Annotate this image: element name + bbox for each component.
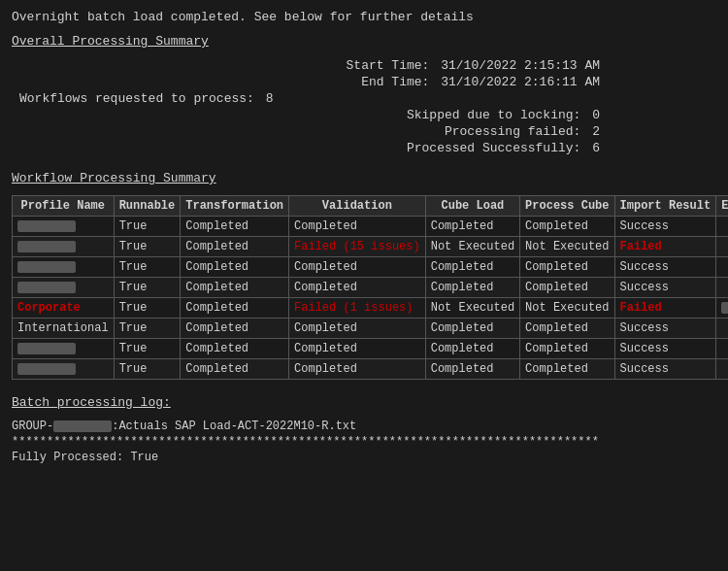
cell-import-result: Failed	[614, 237, 716, 257]
start-time-value: 31/10/2022 2:15:13 AM	[441, 58, 600, 73]
cell-profile	[13, 339, 115, 359]
cell-profile	[13, 278, 115, 298]
cell-transformation: Completed	[181, 319, 289, 339]
cell-process-cube: Completed	[520, 217, 614, 237]
cell-process-cube: Not Executed	[520, 237, 614, 257]
log-section: Batch processing log: GROUP- :Actuals SA…	[12, 395, 716, 464]
workflow-table: Profile Name Runnable Transformation Val…	[12, 195, 728, 380]
success-value: 6	[592, 141, 600, 155]
cell-runnable: True	[114, 257, 181, 278]
col-process-cube: Process Cube	[520, 196, 614, 217]
cell-process-cube: Completed	[520, 339, 614, 359]
cell-transformation: Completed	[181, 339, 289, 359]
table-row: TrueCompletedCompletedCompletedCompleted…	[13, 339, 729, 359]
cell-profile: Corporate	[13, 298, 115, 319]
table-header-row: Profile Name Runnable Transformation Val…	[13, 196, 729, 217]
cell-cube-load: Completed	[425, 359, 519, 380]
table-row: TrueCompletedCompletedCompletedCompleted…	[13, 278, 729, 298]
col-entities: Entities without Files:	[716, 196, 728, 217]
cell-entities	[716, 319, 728, 339]
cell-profile	[13, 237, 115, 257]
col-validation: Validation	[289, 196, 426, 217]
cell-entities	[716, 298, 728, 319]
cell-import-result: Success	[614, 339, 716, 359]
workflow-section: Workflow Processing Summary Profile Name…	[12, 171, 716, 380]
failed-label: Processing failed:	[445, 124, 580, 139]
workflows-label: Workflows requested to process:	[19, 91, 254, 106]
cell-cube-load: Completed	[425, 319, 519, 339]
cell-entities	[716, 339, 728, 359]
workflows-line: Workflows requested to process: 8	[16, 91, 716, 106]
skipped-line: Skipped due to locking: 0	[16, 108, 716, 122]
cell-transformation: Completed	[181, 278, 289, 298]
cell-import-result: Success	[614, 359, 716, 380]
cell-validation: Completed	[289, 257, 426, 278]
cell-validation: Completed	[289, 339, 426, 359]
log-blurred	[53, 420, 112, 432]
table-row: TrueCompletedCompletedCompletedCompleted…	[13, 257, 729, 278]
log-prefix: GROUP-	[12, 420, 53, 433]
cell-process-cube: Completed	[520, 257, 614, 278]
cell-process-cube: Completed	[520, 319, 614, 339]
cell-runnable: True	[114, 237, 181, 257]
overall-summary-block: Start Time: 31/10/2022 2:15:13 AM End Ti…	[12, 58, 716, 155]
table-row: CorporateTrueCompletedFailed (1 issues)N…	[13, 298, 729, 319]
success-label: Processed Successfully:	[407, 141, 580, 155]
cell-validation: Failed (15 issues)	[289, 237, 426, 257]
cell-import-result: Success	[614, 278, 716, 298]
log-suffix: :Actuals SAP Load-ACT-2022M10-R.txt	[112, 420, 356, 433]
overall-summary-title: Overall Processing Summary	[12, 34, 716, 49]
workflows-value: 8	[266, 91, 274, 106]
cell-import-result: Success	[614, 217, 716, 237]
col-runnable: Runnable	[114, 196, 181, 217]
cell-runnable: True	[114, 319, 181, 339]
cell-cube-load: Not Executed	[425, 298, 519, 319]
cell-transformation: Completed	[181, 217, 289, 237]
failed-line: Processing failed: 2	[16, 124, 716, 139]
cell-entities	[716, 217, 728, 237]
cell-runnable: True	[114, 339, 181, 359]
cell-runnable: True	[114, 278, 181, 298]
log-line-1: GROUP- :Actuals SAP Load-ACT-2022M10-R.t…	[12, 420, 716, 433]
batch-log-title: Batch processing log:	[12, 395, 716, 410]
cell-process-cube: Completed	[520, 278, 614, 298]
header-message: Overnight batch load completed. See belo…	[12, 10, 716, 24]
log-fully-processed: Fully Processed: True	[12, 451, 716, 464]
cell-import-result: Success	[614, 319, 716, 339]
table-row: InternationalTrueCompletedCompletedCompl…	[13, 319, 729, 339]
cell-validation: Completed	[289, 319, 426, 339]
cell-validation: Completed	[289, 359, 426, 380]
cell-import-result: Failed	[614, 298, 716, 319]
cell-cube-load: Not Executed	[425, 237, 519, 257]
table-row: TrueCompletedFailed (15 issues)Not Execu…	[13, 237, 729, 257]
table-row: TrueCompletedCompletedCompletedCompleted…	[13, 217, 729, 237]
cell-entities	[716, 257, 728, 278]
cell-process-cube: Not Executed	[520, 298, 614, 319]
cell-cube-load: Completed	[425, 217, 519, 237]
col-import-result: Import Result	[614, 196, 716, 217]
cell-runnable: True	[114, 217, 181, 237]
cell-transformation: Completed	[181, 298, 289, 319]
table-row: TrueCompletedCompletedCompletedCompleted…	[13, 359, 729, 380]
workflow-summary-title: Workflow Processing Summary	[12, 171, 716, 185]
cell-runnable: True	[114, 298, 181, 319]
cell-process-cube: Completed	[520, 359, 614, 380]
cell-validation: Failed (1 issues)	[289, 298, 426, 319]
cell-entities	[716, 359, 728, 380]
end-time-value: 31/10/2022 2:16:11 AM	[441, 75, 600, 89]
cell-cube-load: Completed	[425, 257, 519, 278]
end-time-label: End Time:	[361, 75, 429, 89]
col-profile: Profile Name	[13, 196, 115, 217]
cell-profile: International	[13, 319, 115, 339]
cell-transformation: Completed	[181, 237, 289, 257]
col-transformation: Transformation	[181, 196, 289, 217]
cell-entities	[716, 237, 728, 257]
cell-transformation: Completed	[181, 359, 289, 380]
cell-validation: Completed	[289, 217, 426, 237]
skipped-label: Skipped due to locking:	[407, 108, 580, 122]
cell-validation: Completed	[289, 278, 426, 298]
cell-profile	[13, 217, 115, 237]
failed-value: 2	[592, 124, 600, 139]
start-time-line: Start Time: 31/10/2022 2:15:13 AM	[16, 58, 716, 73]
end-time-line: End Time: 31/10/2022 2:16:11 AM	[16, 75, 716, 89]
